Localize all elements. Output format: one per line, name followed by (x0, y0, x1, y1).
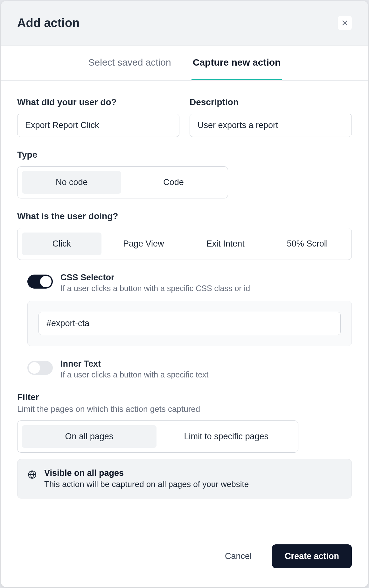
doing-scroll-50[interactable]: 50% Scroll (268, 233, 347, 255)
globe-icon (28, 470, 37, 479)
what-did-field: What did your user do? (17, 97, 179, 137)
css-selector-toggle[interactable] (27, 275, 53, 289)
type-section: Type No code Code (17, 150, 352, 198)
doing-page-view[interactable]: Page View (104, 233, 184, 255)
filter-sublabel: Limit the pages on which this action get… (17, 404, 352, 414)
css-selector-block: CSS Selector If a user clicks a button w… (17, 273, 352, 293)
cancel-button[interactable]: Cancel (212, 544, 264, 568)
info-card-desc: This action will be captured on all page… (44, 479, 249, 489)
doing-click[interactable]: Click (22, 233, 101, 255)
what-did-label: What did your user do? (17, 97, 179, 107)
inner-text-title: Inner Text (60, 359, 208, 369)
what-did-input[interactable] (17, 114, 179, 137)
css-selector-input[interactable] (38, 312, 341, 335)
type-code[interactable]: Code (124, 171, 223, 194)
modal-footer: Cancel Create action (1, 532, 368, 587)
tabs: Select saved action Capture new action (1, 46, 368, 81)
filter-limit-pages[interactable]: Limit to specific pages (159, 425, 294, 448)
tab-capture-new[interactable]: Capture new action (191, 46, 282, 80)
inner-text-block: Inner Text If a user clicks a button wit… (17, 359, 352, 379)
toggle-knob (29, 362, 40, 374)
modal-title: Add action (17, 16, 80, 30)
tab-select-saved[interactable]: Select saved action (87, 46, 172, 80)
description-label: Description (190, 97, 352, 107)
doing-segmented: Click Page View Exit Intent 50% Scroll (17, 228, 352, 260)
info-card-title: Visible on all pages (44, 468, 249, 478)
filter-segmented: On all pages Limit to specific pages (17, 420, 298, 453)
filter-all-pages[interactable]: On all pages (22, 425, 157, 448)
close-icon (341, 19, 348, 26)
doing-label: What is the user doing? (17, 211, 352, 221)
filter-section: Filter Limit the pages on which this act… (17, 392, 352, 498)
inner-text-desc: If a user clicks a button with a specifi… (60, 370, 208, 379)
description-field: Description (190, 97, 352, 137)
doing-exit-intent[interactable]: Exit Intent (186, 233, 265, 255)
doing-section: What is the user doing? Click Page View … (17, 211, 352, 260)
filter-label: Filter (17, 392, 352, 402)
modal-body: What did your user do? Description Type … (1, 81, 368, 532)
toggle-knob (40, 276, 52, 287)
css-selector-title: CSS Selector (60, 273, 250, 283)
inner-text-toggle[interactable] (27, 361, 53, 375)
css-selector-box (27, 301, 352, 346)
create-action-button[interactable]: Create action (272, 544, 352, 568)
type-no-code[interactable]: No code (22, 171, 121, 194)
add-action-modal: Add action Select saved action Capture n… (1, 1, 368, 587)
modal-header: Add action (1, 1, 368, 46)
description-input[interactable] (190, 114, 352, 137)
type-label: Type (17, 150, 352, 160)
info-card: Visible on all pages This action will be… (17, 459, 352, 498)
css-selector-desc: If a user clicks a button with a specifi… (60, 284, 250, 293)
close-button[interactable] (338, 16, 352, 30)
type-segmented: No code Code (17, 166, 228, 198)
